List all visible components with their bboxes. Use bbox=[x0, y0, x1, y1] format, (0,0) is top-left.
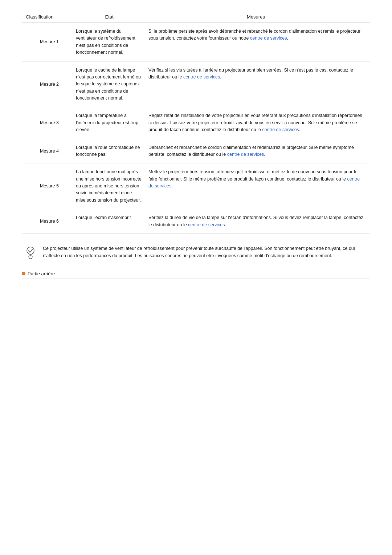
state-cell: Lorsque le cache de la lampe n'est pas c… bbox=[73, 65, 146, 104]
state-cell: Lorsque la roue chromatique ne fonctionn… bbox=[73, 143, 146, 160]
header-mesures: Mesures bbox=[146, 14, 366, 20]
svg-line-3 bbox=[32, 254, 32, 256]
measure-text-after: . bbox=[299, 127, 300, 132]
measure-text-before: Vérifiez si les vis situées à l'arrière … bbox=[148, 68, 353, 80]
measure-cell: Mettez le projecteur hors tension, atten… bbox=[146, 167, 366, 205]
note-box: Ce projecteur utilise un système de vent… bbox=[22, 245, 370, 260]
classification-cell: Mesure 2 bbox=[26, 65, 73, 104]
services-link[interactable]: centre de services bbox=[227, 152, 264, 157]
svg-line-2 bbox=[29, 254, 29, 256]
state-cell: La lampe fonctionne mal après une mise h… bbox=[73, 167, 146, 205]
section-dot bbox=[22, 272, 25, 275]
measure-cell: Vérifiez si les vis situées à l'arrière … bbox=[146, 65, 366, 104]
measure-text-after: . bbox=[220, 74, 221, 80]
measure-text-after: . bbox=[287, 36, 288, 41]
state-cell: Lorsque le système du ventilateur de ref… bbox=[73, 27, 146, 58]
state-cell: Lorsque l'écran s'assombrit bbox=[73, 213, 146, 230]
measure-cell: Si le problème persiste après avoir débr… bbox=[146, 27, 366, 58]
table-wrapper: Classification Etat Mesures Mesure 1 Lor… bbox=[22, 11, 370, 234]
state-cell: Lorsque la température à l'intérieur du … bbox=[73, 111, 146, 135]
classification-cell: Mesure 6 bbox=[26, 213, 73, 230]
services-link[interactable]: centre de services bbox=[262, 127, 299, 132]
measure-text-before: Réglez l'état de l'installation de votre… bbox=[148, 113, 362, 132]
table-row: Mesure 4 Lorsque la roue chromatique ne … bbox=[22, 139, 370, 164]
svg-point-1 bbox=[28, 256, 33, 259]
measure-text-after: . bbox=[171, 183, 172, 189]
measure-cell: Débranchez et rebranchez le cordon d'ali… bbox=[146, 143, 366, 160]
table-row: Mesure 3 Lorsque la température à l'inté… bbox=[22, 107, 370, 139]
section-title-label: Partie arrière bbox=[28, 271, 55, 276]
measure-text-after: . bbox=[264, 152, 265, 157]
measure-text-before: Vérifiez la durée de vie de la lampe sur… bbox=[148, 215, 363, 227]
measure-cell: Réglez l'état de l'installation de votre… bbox=[146, 111, 366, 135]
measure-text-after: . bbox=[225, 222, 226, 227]
classification-cell: Mesure 1 bbox=[26, 27, 73, 58]
classification-cell: Mesure 4 bbox=[26, 143, 73, 160]
classification-cell: Mesure 5 bbox=[26, 167, 73, 205]
measure-text-before: Mettez le projecteur hors tension, atten… bbox=[148, 169, 358, 181]
note-icon bbox=[23, 246, 38, 260]
svg-point-0 bbox=[27, 247, 34, 254]
classification-cell: Mesure 3 bbox=[26, 111, 73, 135]
services-link[interactable]: centre de services bbox=[188, 222, 225, 227]
header-classification: Classification bbox=[26, 14, 73, 20]
table-row: Mesure 2 Lorsque le cache de la lampe n'… bbox=[22, 62, 370, 108]
section-title: Partie arrière bbox=[22, 271, 370, 279]
services-link[interactable]: centre de services bbox=[183, 74, 220, 80]
measure-cell: Vérifiez la durée de vie de la lampe sur… bbox=[146, 213, 366, 230]
note-text: Ce projecteur utilise un système de vent… bbox=[43, 245, 369, 259]
table-header: Classification Etat Mesures bbox=[22, 11, 370, 23]
table-row: Mesure 6 Lorsque l'écran s'assombrit Vér… bbox=[22, 209, 370, 234]
services-link[interactable]: centre de services bbox=[250, 36, 287, 41]
header-etat: Etat bbox=[73, 14, 146, 20]
table-row: Mesure 1 Lorsque le système du ventilate… bbox=[22, 23, 370, 62]
table-row: Mesure 5 La lampe fonctionne mal après u… bbox=[22, 163, 370, 209]
